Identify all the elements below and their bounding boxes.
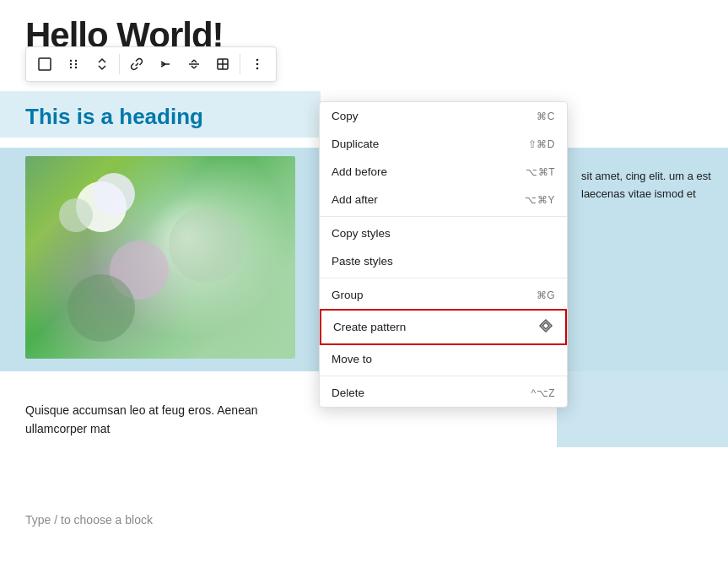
- add-after-shortcut: ⌥⌘Y: [525, 194, 555, 206]
- body-text-content: sit amet, cing elit. um a est laecenas v…: [581, 170, 711, 200]
- delete-shortcut: ^⌥Z: [531, 387, 555, 399]
- copy-styles-label: Copy styles: [332, 227, 391, 240]
- block-toolbar: [25, 46, 277, 82]
- drag-icon[interactable]: [60, 51, 87, 78]
- heading-text: This is a heading: [25, 104, 203, 129]
- copy-label: Copy: [332, 110, 359, 122]
- svg-point-2: [75, 60, 77, 62]
- svg-point-1: [70, 60, 72, 62]
- flower-image: [25, 156, 295, 359]
- menu-item-create-pattern[interactable]: Create pattern: [320, 309, 567, 345]
- svg-point-20: [256, 68, 259, 70]
- delete-label: Delete: [332, 387, 364, 399]
- svg-rect-0: [39, 58, 51, 70]
- menu-separator-3: [320, 376, 567, 376]
- add-before-shortcut: ⌥⌘T: [526, 166, 555, 178]
- body-text: sit amet, cing elit. um a est laecenas v…: [568, 160, 728, 210]
- more-options-icon[interactable]: [244, 51, 271, 78]
- toolbar-divider-2: [240, 54, 240, 74]
- select-icon[interactable]: [31, 51, 58, 78]
- link-icon[interactable]: [123, 51, 150, 78]
- move-to-label: Move to: [332, 353, 372, 365]
- section-heading: This is a heading: [0, 93, 312, 140]
- duplicate-shortcut: ⇧⌘D: [528, 138, 555, 150]
- paste-styles-label: Paste styles: [332, 255, 393, 268]
- menu-item-copy-styles[interactable]: Copy styles: [320, 219, 567, 247]
- create-pattern-label: Create pattern: [333, 321, 406, 333]
- add-before-label: Add before: [332, 165, 387, 178]
- group-shortcut: ⌘G: [537, 289, 555, 301]
- table-icon[interactable]: [209, 51, 236, 78]
- menu-item-paste-styles[interactable]: Paste styles: [320, 247, 567, 275]
- menu-item-duplicate[interactable]: Duplicate ⇧⌘D: [320, 130, 567, 158]
- bottom-paragraph: Quisque accumsan leo at feug eros. Aenea…: [25, 401, 321, 439]
- toolbar-divider-1: [119, 54, 120, 74]
- context-menu: Copy ⌘C Duplicate ⇧⌘D Add before ⌥⌘T Add…: [319, 101, 568, 408]
- menu-separator-2: [320, 278, 567, 278]
- duplicate-label: Duplicate: [332, 138, 379, 150]
- copy-shortcut: ⌘C: [537, 111, 555, 122]
- menu-item-copy[interactable]: Copy ⌘C: [320, 102, 567, 130]
- svg-point-18: [256, 59, 259, 62]
- block-placeholder: Type / to choose a block: [25, 513, 153, 527]
- svg-line-12: [191, 60, 194, 62]
- svg-line-11: [194, 60, 197, 62]
- svg-point-19: [256, 63, 259, 66]
- blue-section-bottom: [557, 371, 728, 447]
- svg-line-14: [191, 66, 194, 68]
- svg-line-13: [194, 66, 197, 68]
- svg-point-4: [75, 63, 77, 65]
- group-label: Group: [332, 289, 364, 301]
- menu-item-move-to[interactable]: Move to: [320, 345, 567, 373]
- svg-point-5: [70, 67, 72, 68]
- add-after-label: Add after: [332, 193, 378, 206]
- bottom-text-content: Quisque accumsan leo at feug eros. Aenea…: [25, 403, 258, 435]
- transform-icon[interactable]: [152, 51, 179, 78]
- svg-point-6: [75, 67, 77, 68]
- menu-item-group[interactable]: Group ⌘G: [320, 281, 567, 309]
- create-pattern-shortcut: [538, 318, 553, 336]
- menu-item-add-before[interactable]: Add before ⌥⌘T: [320, 158, 567, 186]
- svg-point-3: [70, 63, 72, 65]
- svg-marker-22: [542, 322, 549, 329]
- menu-separator-1: [320, 216, 567, 217]
- menu-item-delete[interactable]: Delete ^⌥Z: [320, 379, 567, 407]
- menu-item-add-after[interactable]: Add after ⌥⌘Y: [320, 186, 567, 214]
- move-up-down-icon[interactable]: [89, 51, 116, 78]
- align-icon[interactable]: [181, 51, 208, 78]
